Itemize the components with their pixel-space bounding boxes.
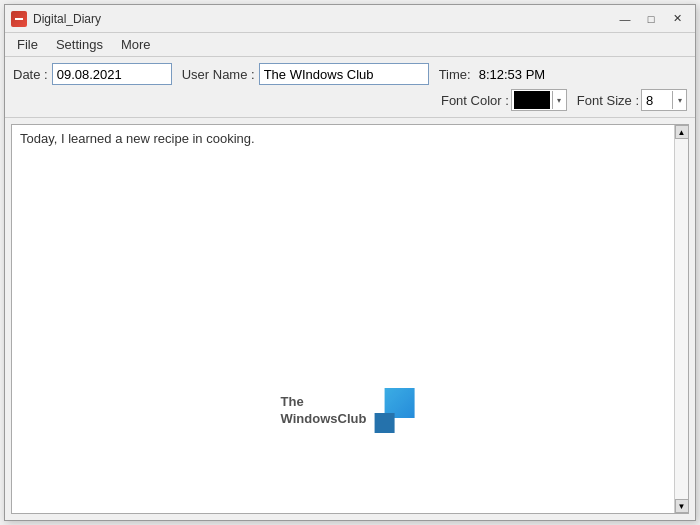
watermark-line2: WindowsClub bbox=[281, 411, 367, 428]
menu-bar: File Settings More bbox=[5, 33, 695, 57]
username-input[interactable] bbox=[259, 63, 429, 85]
username-label: User Name : bbox=[182, 67, 255, 82]
font-color-group: Font Color : ▾ bbox=[437, 89, 567, 111]
maximize-button[interactable]: □ bbox=[639, 10, 663, 28]
diary-content: Today, I learned a new recipe in cooking… bbox=[20, 131, 255, 146]
watermark-line1: The bbox=[281, 394, 367, 411]
font-size-label: Font Size : bbox=[577, 93, 639, 108]
color-swatch bbox=[514, 91, 550, 109]
watermark: The WindowsClub bbox=[281, 388, 420, 433]
menu-settings[interactable]: Settings bbox=[48, 35, 111, 54]
watermark-text: The WindowsClub bbox=[281, 394, 367, 428]
scroll-track[interactable] bbox=[675, 139, 689, 499]
menu-file[interactable]: File bbox=[9, 35, 46, 54]
app-icon bbox=[11, 11, 27, 27]
date-label: Date : bbox=[13, 67, 48, 82]
close-button[interactable]: ✕ bbox=[665, 10, 689, 28]
font-size-dropdown-arrow[interactable]: ▾ bbox=[672, 91, 686, 109]
color-dropdown-arrow[interactable]: ▾ bbox=[552, 91, 566, 109]
date-input[interactable] bbox=[52, 63, 172, 85]
minimize-button[interactable]: — bbox=[613, 10, 637, 28]
font-size-value: 8 bbox=[642, 91, 672, 110]
font-size-dropdown[interactable]: 8 ▾ bbox=[641, 89, 687, 111]
toolbar-bottom: Font Color : ▾ Font Size : 8 ▾ bbox=[5, 87, 695, 118]
title-bar: Digital_Diary — □ ✕ bbox=[5, 5, 695, 33]
username-field-group: User Name : bbox=[182, 63, 429, 85]
menu-more[interactable]: More bbox=[113, 35, 159, 54]
time-field-group: Time: bbox=[439, 65, 555, 84]
main-window: Digital_Diary — □ ✕ File Settings More D… bbox=[4, 4, 696, 521]
title-bar-controls: — □ ✕ bbox=[613, 10, 689, 28]
font-color-dropdown[interactable]: ▾ bbox=[511, 89, 567, 111]
editor-area: Today, I learned a new recipe in cooking… bbox=[11, 124, 689, 514]
date-field-group: Date : bbox=[13, 63, 172, 85]
diary-text[interactable]: Today, I learned a new recipe in cooking… bbox=[12, 125, 688, 513]
window-title: Digital_Diary bbox=[33, 12, 101, 26]
logo-dark-square bbox=[374, 413, 394, 433]
toolbar-top: Date : User Name : Time: bbox=[5, 57, 695, 87]
time-label: Time: bbox=[439, 67, 471, 82]
time-input bbox=[475, 65, 555, 84]
scroll-up-button[interactable]: ▲ bbox=[675, 125, 689, 139]
scrollbar: ▲ ▼ bbox=[674, 125, 688, 513]
title-bar-left: Digital_Diary bbox=[11, 11, 101, 27]
font-color-label: Font Color : bbox=[441, 93, 509, 108]
font-size-group: Font Size : 8 ▾ bbox=[577, 89, 687, 111]
watermark-logo bbox=[374, 388, 419, 433]
scroll-down-button[interactable]: ▼ bbox=[675, 499, 689, 513]
